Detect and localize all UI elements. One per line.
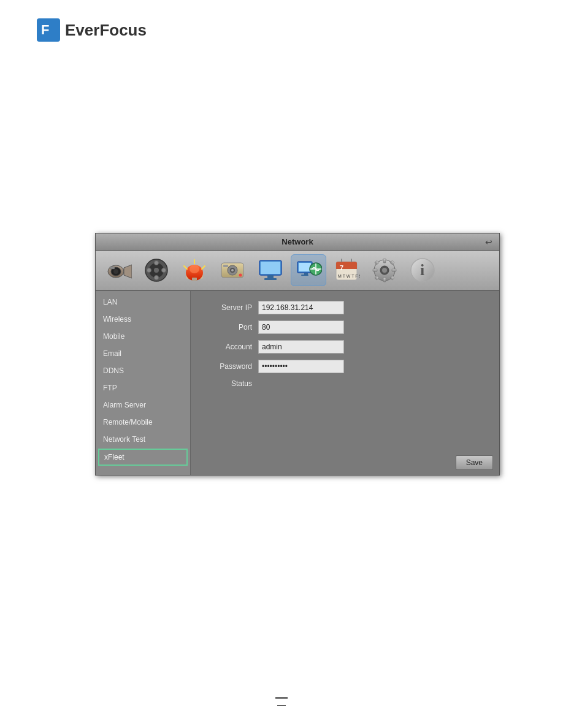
svg-marker-5 — [124, 265, 132, 278]
svg-text:M T W T F S: M T W T F S — [338, 274, 360, 278]
sidebar-item-remote-mobile[interactable]: Remote/Mobile — [96, 414, 190, 431]
svg-point-24 — [231, 269, 234, 271]
page-number: — — [275, 697, 288, 710]
password-label: Password — [203, 362, 258, 371]
toolbar-display-button[interactable] — [253, 254, 288, 286]
svg-point-12 — [147, 268, 151, 273]
svg-point-48 — [382, 268, 387, 273]
toolbar-alarm-button[interactable] — [177, 254, 212, 286]
toolbar-schedule-button[interactable]: 7 M T W T F S — [329, 254, 364, 286]
toolbar-info-button[interactable]: i — [405, 254, 440, 286]
svg-rect-29 — [261, 262, 280, 274]
dialog-close-button[interactable]: ↩ — [483, 237, 494, 248]
sidebar-item-network-test[interactable]: Network Test — [96, 431, 190, 448]
password-input[interactable] — [258, 360, 344, 373]
svg-point-10 — [155, 261, 159, 265]
dialog-title: Network — [282, 237, 313, 246]
sidebar-item-ddns[interactable]: DDNS — [96, 362, 190, 379]
sidebar-item-alarm-server[interactable]: Alarm Server — [96, 396, 190, 414]
svg-rect-25 — [223, 265, 228, 267]
svg-line-19 — [202, 266, 205, 269]
network-dialog: Network ↩ — [95, 233, 500, 476]
svg-rect-52 — [392, 269, 396, 271]
port-row: Port — [203, 320, 487, 334]
main-panel: Server IP Port Account Password Status S — [191, 291, 499, 475]
svg-text:i: i — [420, 261, 424, 279]
svg-rect-49 — [383, 259, 386, 263]
svg-point-9 — [154, 268, 159, 273]
svg-rect-17 — [192, 278, 197, 281]
sidebar-item-lan[interactable]: LAN — [96, 294, 190, 311]
svg-text:7: 7 — [340, 264, 343, 271]
svg-text:F: F — [41, 22, 49, 37]
svg-rect-35 — [301, 275, 308, 276]
toolbar-camera-button[interactable] — [101, 254, 136, 286]
toolbar: 7 M T W T F S — [96, 251, 499, 291]
logo-area: F EverFocus — [37, 18, 147, 42]
sidebar-item-xfleet[interactable]: xFleet — [98, 449, 188, 466]
sidebar-item-ftp[interactable]: FTP — [96, 379, 190, 396]
logo-text: EverFocus — [65, 21, 147, 40]
account-row: Account — [203, 340, 487, 354]
everfocus-logo-icon: F — [37, 18, 60, 42]
sidebar-item-mobile[interactable]: Mobile — [96, 328, 190, 345]
account-input[interactable] — [258, 340, 344, 354]
toolbar-hdd-button[interactable] — [215, 254, 250, 286]
sidebar-item-wireless[interactable]: Wireless — [96, 311, 190, 328]
server-ip-row: Server IP — [203, 301, 487, 314]
svg-rect-51 — [373, 269, 377, 271]
svg-rect-50 — [383, 278, 386, 282]
toolbar-settings-button[interactable] — [367, 254, 402, 286]
svg-point-16 — [190, 265, 199, 273]
svg-point-11 — [155, 276, 159, 280]
server-ip-input[interactable] — [258, 301, 344, 314]
account-label: Account — [203, 343, 258, 351]
dialog-titlebar: Network ↩ — [96, 233, 499, 251]
status-row: Status — [203, 379, 487, 388]
port-label: Port — [203, 323, 258, 332]
svg-point-4 — [113, 269, 118, 274]
svg-line-18 — [184, 266, 187, 269]
svg-point-26 — [239, 274, 242, 277]
dialog-content: LAN Wireless Mobile Email DDNS FTP Alarm… — [96, 291, 499, 475]
svg-rect-30 — [267, 275, 274, 278]
svg-rect-34 — [304, 273, 308, 275]
save-button[interactable]: Save — [456, 455, 493, 470]
sidebar: LAN Wireless Mobile Email DDNS FTP Alarm… — [96, 291, 191, 475]
port-input[interactable] — [258, 320, 344, 334]
svg-rect-31 — [264, 278, 277, 280]
save-button-area: Save — [456, 455, 493, 470]
svg-rect-6 — [110, 267, 115, 269]
svg-point-13 — [162, 268, 166, 273]
toolbar-recording-button[interactable] — [139, 254, 174, 286]
server-ip-label: Server IP — [203, 303, 258, 312]
sidebar-item-email[interactable]: Email — [96, 345, 190, 362]
status-label: Status — [203, 379, 258, 388]
password-row: Password — [203, 360, 487, 373]
toolbar-network-button[interactable] — [291, 254, 326, 286]
svg-rect-33 — [299, 263, 311, 271]
